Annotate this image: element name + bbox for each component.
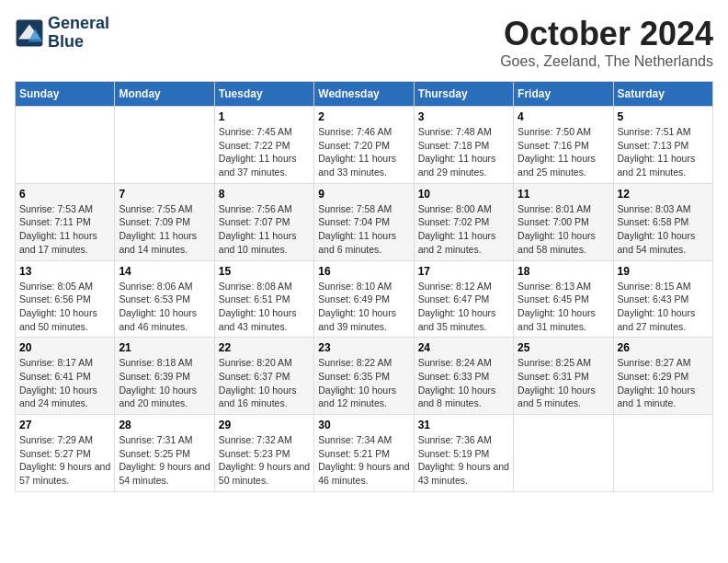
day-detail: Sunrise: 8:10 AM Sunset: 6:49 PM Dayligh… — [318, 280, 409, 334]
day-detail: Sunrise: 8:06 AM Sunset: 6:53 PM Dayligh… — [119, 280, 210, 334]
calendar-cell: 13Sunrise: 8:05 AM Sunset: 6:56 PM Dayli… — [16, 260, 115, 338]
day-detail: Sunrise: 7:31 AM Sunset: 5:25 PM Dayligh… — [119, 433, 210, 488]
day-detail: Sunrise: 7:55 AM Sunset: 7:09 PM Dayligh… — [119, 202, 210, 257]
week-row-5: 27Sunrise: 7:29 AM Sunset: 5:27 PM Dayli… — [16, 415, 713, 492]
day-detail: Sunrise: 8:20 AM Sunset: 6:37 PM Dayligh… — [219, 356, 310, 410]
day-number: 10 — [418, 188, 509, 201]
day-number: 20 — [19, 341, 110, 354]
calendar-cell: 3Sunrise: 7:48 AM Sunset: 7:18 PM Daylig… — [414, 107, 513, 184]
day-number: 15 — [219, 265, 310, 278]
day-detail: Sunrise: 8:13 AM Sunset: 6:45 PM Dayligh… — [518, 280, 609, 334]
day-number: 29 — [219, 419, 310, 431]
day-number: 2 — [318, 110, 409, 123]
calendar-cell — [613, 415, 712, 492]
calendar-cell: 9Sunrise: 7:58 AM Sunset: 7:04 PM Daylig… — [314, 183, 414, 260]
calendar-cell: 5Sunrise: 7:51 AM Sunset: 7:13 PM Daylig… — [613, 107, 712, 184]
calendar-cell — [115, 107, 214, 184]
day-detail: Sunrise: 7:29 AM Sunset: 5:27 PM Dayligh… — [19, 433, 110, 488]
logo: General Blue — [15, 15, 109, 52]
logo-line2: Blue — [48, 33, 109, 52]
col-thursday: Thursday — [414, 82, 513, 107]
day-number: 30 — [318, 419, 409, 431]
day-detail: Sunrise: 8:24 AM Sunset: 6:33 PM Dayligh… — [418, 356, 509, 410]
day-detail: Sunrise: 7:51 AM Sunset: 7:13 PM Dayligh… — [618, 125, 709, 179]
page-subtitle: Goes, Zeeland, The Netherlands — [500, 53, 713, 70]
title-block: October 2024 Goes, Zeeland, The Netherla… — [500, 15, 713, 70]
calendar-cell: 26Sunrise: 8:27 AM Sunset: 6:29 PM Dayli… — [613, 338, 712, 415]
week-row-1: 1Sunrise: 7:45 AM Sunset: 7:22 PM Daylig… — [16, 107, 713, 184]
day-number: 11 — [518, 188, 609, 201]
day-detail: Sunrise: 7:53 AM Sunset: 7:11 PM Dayligh… — [19, 202, 110, 257]
day-detail: Sunrise: 7:46 AM Sunset: 7:20 PM Dayligh… — [318, 125, 409, 179]
calendar-body: 1Sunrise: 7:45 AM Sunset: 7:22 PM Daylig… — [16, 107, 713, 492]
day-number: 8 — [219, 188, 310, 201]
calendar-cell — [514, 415, 613, 492]
page-header: General Blue October 2024 Goes, Zeeland,… — [15, 15, 713, 70]
day-detail: Sunrise: 7:34 AM Sunset: 5:21 PM Dayligh… — [318, 433, 409, 488]
day-number: 14 — [119, 265, 210, 278]
day-number: 25 — [518, 341, 609, 354]
calendar-cell: 27Sunrise: 7:29 AM Sunset: 5:27 PM Dayli… — [16, 415, 115, 492]
calendar-cell: 25Sunrise: 8:25 AM Sunset: 6:31 PM Dayli… — [514, 338, 613, 415]
day-number: 7 — [119, 188, 210, 201]
calendar-cell: 2Sunrise: 7:46 AM Sunset: 7:20 PM Daylig… — [314, 107, 414, 184]
calendar-cell: 1Sunrise: 7:45 AM Sunset: 7:22 PM Daylig… — [214, 107, 313, 184]
day-detail: Sunrise: 7:56 AM Sunset: 7:07 PM Dayligh… — [219, 202, 310, 257]
day-detail: Sunrise: 8:17 AM Sunset: 6:41 PM Dayligh… — [19, 356, 110, 410]
calendar-cell: 8Sunrise: 7:56 AM Sunset: 7:07 PM Daylig… — [214, 183, 313, 260]
day-number: 3 — [418, 110, 509, 123]
day-detail: Sunrise: 8:01 AM Sunset: 7:00 PM Dayligh… — [518, 202, 609, 257]
day-detail: Sunrise: 8:25 AM Sunset: 6:31 PM Dayligh… — [518, 356, 609, 410]
day-detail: Sunrise: 8:08 AM Sunset: 6:51 PM Dayligh… — [219, 280, 310, 334]
calendar-cell: 10Sunrise: 8:00 AM Sunset: 7:02 PM Dayli… — [414, 183, 513, 260]
logo-icon — [15, 18, 44, 48]
day-detail: Sunrise: 7:32 AM Sunset: 5:23 PM Dayligh… — [219, 433, 310, 488]
week-row-4: 20Sunrise: 8:17 AM Sunset: 6:41 PM Dayli… — [16, 338, 713, 415]
calendar-cell: 4Sunrise: 7:50 AM Sunset: 7:16 PM Daylig… — [514, 107, 613, 184]
day-number: 22 — [219, 341, 310, 354]
logo-text: General Blue — [48, 15, 109, 52]
day-number: 4 — [518, 110, 609, 123]
day-number: 18 — [518, 265, 609, 278]
calendar-cell — [16, 107, 115, 184]
day-detail: Sunrise: 8:03 AM Sunset: 6:58 PM Dayligh… — [618, 202, 709, 257]
day-number: 16 — [318, 265, 409, 278]
day-number: 19 — [618, 265, 709, 278]
day-number: 5 — [618, 110, 709, 123]
calendar-cell: 28Sunrise: 7:31 AM Sunset: 5:25 PM Dayli… — [115, 415, 214, 492]
calendar-cell: 7Sunrise: 7:55 AM Sunset: 7:09 PM Daylig… — [115, 183, 214, 260]
day-detail: Sunrise: 7:50 AM Sunset: 7:16 PM Dayligh… — [518, 125, 609, 179]
calendar-cell: 17Sunrise: 8:12 AM Sunset: 6:47 PM Dayli… — [414, 260, 513, 338]
calendar-cell: 18Sunrise: 8:13 AM Sunset: 6:45 PM Dayli… — [514, 260, 613, 338]
calendar-cell: 21Sunrise: 8:18 AM Sunset: 6:39 PM Dayli… — [115, 338, 214, 415]
day-number: 31 — [418, 419, 509, 431]
day-detail: Sunrise: 8:12 AM Sunset: 6:47 PM Dayligh… — [418, 280, 509, 334]
col-sunday: Sunday — [16, 82, 115, 107]
day-detail: Sunrise: 8:05 AM Sunset: 6:56 PM Dayligh… — [19, 280, 110, 334]
col-wednesday: Wednesday — [314, 82, 414, 107]
day-number: 9 — [318, 188, 409, 201]
day-number: 26 — [618, 341, 709, 354]
calendar-cell: 24Sunrise: 8:24 AM Sunset: 6:33 PM Dayli… — [414, 338, 513, 415]
week-row-3: 13Sunrise: 8:05 AM Sunset: 6:56 PM Dayli… — [16, 260, 713, 338]
calendar-cell: 11Sunrise: 8:01 AM Sunset: 7:00 PM Dayli… — [514, 183, 613, 260]
day-number: 12 — [618, 188, 709, 201]
day-detail: Sunrise: 8:27 AM Sunset: 6:29 PM Dayligh… — [618, 356, 709, 410]
calendar-cell: 30Sunrise: 7:34 AM Sunset: 5:21 PM Dayli… — [314, 415, 414, 492]
day-number: 24 — [418, 341, 509, 354]
calendar-cell: 20Sunrise: 8:17 AM Sunset: 6:41 PM Dayli… — [16, 338, 115, 415]
day-number: 23 — [318, 341, 409, 354]
day-number: 21 — [119, 341, 210, 354]
col-saturday: Saturday — [613, 82, 712, 107]
day-detail: Sunrise: 7:48 AM Sunset: 7:18 PM Dayligh… — [418, 125, 509, 179]
page-title: October 2024 — [500, 15, 713, 53]
calendar-cell: 6Sunrise: 7:53 AM Sunset: 7:11 PM Daylig… — [16, 183, 115, 260]
day-number: 1 — [219, 110, 310, 123]
calendar-cell: 31Sunrise: 7:36 AM Sunset: 5:19 PM Dayli… — [414, 415, 513, 492]
calendar-cell: 16Sunrise: 8:10 AM Sunset: 6:49 PM Dayli… — [314, 260, 414, 338]
day-detail: Sunrise: 7:45 AM Sunset: 7:22 PM Dayligh… — [219, 125, 310, 179]
week-row-2: 6Sunrise: 7:53 AM Sunset: 7:11 PM Daylig… — [16, 183, 713, 260]
day-detail: Sunrise: 8:15 AM Sunset: 6:43 PM Dayligh… — [618, 280, 709, 334]
day-detail: Sunrise: 8:18 AM Sunset: 6:39 PM Dayligh… — [119, 356, 210, 410]
calendar-cell: 22Sunrise: 8:20 AM Sunset: 6:37 PM Dayli… — [214, 338, 313, 415]
